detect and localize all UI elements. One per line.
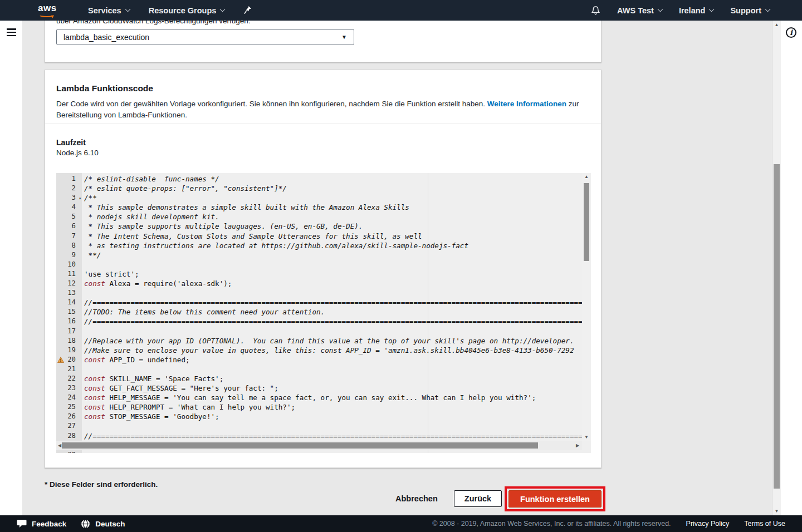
runtime-label: Laufzeit <box>56 138 86 147</box>
feedback-button[interactable]: Feedback <box>17 519 66 528</box>
code-line: 21 <box>56 364 591 374</box>
nav-region-label: Ireland <box>679 6 706 15</box>
section-title: Lambda Funktionscode <box>56 83 590 93</box>
code-text <box>82 450 84 453</box>
editor-hscroll-thumb[interactable] <box>62 442 538 449</box>
code-text: * This sample demonstrates a simple skil… <box>82 203 409 212</box>
line-number: 15 <box>56 307 82 317</box>
code-text: const Alexa = require('alexa-sdk'); <box>82 279 232 288</box>
code-text: * The Intent Schema, Custom Slots and Sa… <box>82 231 422 241</box>
page-vertical-scrollbar[interactable]: ▲ ▼ <box>772 21 781 515</box>
existing-role-select[interactable]: lambda_basic_execution ▼ <box>56 29 354 45</box>
nav-account-menu[interactable]: AWS Test <box>617 6 662 15</box>
privacy-policy-link[interactable]: Privacy Policy <box>686 520 730 528</box>
line-number: 18 <box>56 336 82 346</box>
code-line: 27 <box>56 421 591 431</box>
code-line: 4 * This sample demonstrates a simple sk… <box>56 203 591 212</box>
pin-icon[interactable] <box>243 6 252 15</box>
line-number: 22 <box>56 374 82 383</box>
nav-account-label: AWS Test <box>617 6 654 15</box>
existing-role-value: lambda_basic_execution <box>63 33 149 42</box>
info-icon[interactable]: i <box>786 27 796 38</box>
page-vscroll-thumb[interactable] <box>774 164 780 489</box>
line-number: 27 <box>56 421 82 431</box>
code-text: const APP_ID = undefined; <box>82 355 190 364</box>
language-button[interactable]: Deutsch <box>81 519 125 529</box>
chevron-down-icon <box>709 7 715 12</box>
console-footer: Feedback Deutsch © 2008 - 2019, Amazon W… <box>0 515 802 532</box>
code-text: * nodejs skill development kit. <box>82 212 219 221</box>
aws-logo-text: aws <box>38 4 57 12</box>
code-line: 25const HELP_REPROMPT = 'What can I help… <box>56 402 591 412</box>
code-text: **/ <box>82 250 101 260</box>
cancel-button[interactable]: Abbrechen <box>395 494 438 503</box>
code-text: //TODO: The items below this comment nee… <box>82 307 325 317</box>
notifications-bell-icon[interactable] <box>591 6 600 16</box>
scroll-up-icon[interactable]: ▲ <box>582 174 591 179</box>
line-number: 7 <box>56 231 82 241</box>
nav-region-menu[interactable]: Ireland <box>679 6 714 15</box>
terms-of-use-link[interactable]: Terms of Use <box>744 520 785 528</box>
scroll-up-icon[interactable]: ▲ <box>772 22 781 27</box>
code-editor[interactable]: 1/* eslint-disable func-names */2/* esli… <box>56 173 591 453</box>
code-text: const GET_FACT_MESSAGE = "Here's your fa… <box>82 383 278 393</box>
help-panel-rail: i <box>781 21 802 515</box>
nav-services-menu[interactable]: Services <box>88 6 130 15</box>
code-line: 10 <box>56 260 591 269</box>
hamburger-menu-icon[interactable] <box>7 28 16 38</box>
line-number: 9 <box>56 250 82 260</box>
code-text: //======================================… <box>82 298 591 307</box>
line-number: 17 <box>56 327 82 336</box>
code-line: 3▾/** <box>56 193 591 203</box>
nav-resource-groups-label: Resource Groups <box>149 6 217 15</box>
editor-vertical-scrollbar[interactable]: ▲ ▼ <box>582 173 591 441</box>
scroll-right-icon[interactable]: ▶ <box>574 443 581 448</box>
editor-vscroll-thumb[interactable] <box>584 183 589 261</box>
code-line: 15//TODO: The items below this comment n… <box>56 307 591 317</box>
create-function-button[interactable]: Funktion erstellen <box>508 490 602 508</box>
line-number: 1 <box>56 174 82 184</box>
code-line: 28//====================================… <box>56 431 591 441</box>
code-line: 16//====================================… <box>56 317 591 326</box>
line-number: 28 <box>56 431 82 441</box>
editor-horizontal-scrollbar[interactable]: ◀ ▶ <box>56 441 582 450</box>
code-text <box>82 327 84 336</box>
nav-support-label: Support <box>730 6 761 15</box>
code-line: 17 <box>56 327 591 336</box>
code-text <box>82 288 84 298</box>
aws-logo[interactable]: aws <box>38 4 57 17</box>
code-text: //Make sure to enclose your value in quo… <box>82 346 574 355</box>
code-editor-lines: 1/* eslint-disable func-names */2/* esli… <box>56 174 591 453</box>
code-line: 23const GET_FACT_MESSAGE = "Here's your … <box>56 383 591 393</box>
code-text: const HELP_REPROMPT = 'What can I help y… <box>82 402 295 412</box>
code-text: const HELP_MESSAGE = 'You can say tell m… <box>82 393 536 402</box>
fold-arrow-icon[interactable]: ▾ <box>79 194 81 203</box>
code-text: 'use strict'; <box>82 269 139 279</box>
nav-resource-groups-menu[interactable]: Resource Groups <box>149 6 225 15</box>
top-navbar: aws Services Resource Groups AWS Test <box>0 0 802 21</box>
code-text: const SKILL_NAME = 'Space Facts'; <box>82 374 223 383</box>
line-number: 20 <box>56 355 82 364</box>
more-info-link[interactable]: Weitere Informationen <box>487 100 566 108</box>
code-line: 1/* eslint-disable func-names */ <box>56 174 591 184</box>
code-line: 12const Alexa = require('alexa-sdk'); <box>56 279 591 288</box>
section-description: Der Code wird von der gewählten Vorlage … <box>56 98 590 121</box>
line-number: 2 <box>56 184 82 193</box>
line-number: 23 <box>56 383 82 393</box>
aws-console-page: aws Services Resource Groups AWS Test <box>0 0 802 532</box>
back-button[interactable]: Zurück <box>454 490 502 507</box>
chevron-down-icon <box>125 7 130 12</box>
language-label: Deutsch <box>95 520 125 528</box>
line-number: 19 <box>56 346 82 355</box>
scroll-down-icon[interactable]: ▼ <box>582 435 591 440</box>
code-text: //======================================… <box>82 317 591 326</box>
line-number: 26 <box>56 412 82 421</box>
code-text: /* eslint-disable func-names */ <box>82 174 219 184</box>
copyright-text: © 2008 - 2019, Amazon Web Services, Inc.… <box>432 520 671 528</box>
function-code-card: Lambda Funktionscode Der Code wird von d… <box>45 70 602 468</box>
chevron-down-icon <box>657 7 663 12</box>
code-line: 2/* eslint quote-props: ["error", "consi… <box>56 184 591 193</box>
scroll-down-icon[interactable]: ▼ <box>772 509 781 514</box>
line-number: 8 <box>56 241 82 250</box>
nav-support-menu[interactable]: Support <box>730 6 770 15</box>
